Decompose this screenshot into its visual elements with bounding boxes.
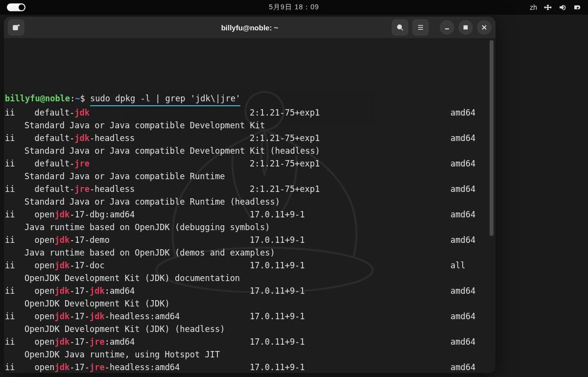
prompt-line: billyfu@noble:~$ sudo dpkg -l | grep 'jd… [5, 92, 494, 106]
terminal-body[interactable]: billyfu@noble:~$ sudo dpkg -l | grep 'jd… [4, 38, 495, 373]
package-desc: Standard Java or Java compatible Runtime [5, 170, 494, 183]
search-button[interactable] [392, 19, 408, 36]
clock[interactable]: 5月9日 18：09 [269, 3, 319, 12]
svg-rect-2 [464, 26, 468, 29]
titlebar: billyfu@noble: ~ [4, 17, 495, 38]
package-row: ii default-jdk-headless2:1.21-75+exp1amd… [5, 132, 494, 144]
terminal-window: billyfu@noble: ~ [4, 17, 495, 373]
package-desc: OpenJDK Development Kit (JDK) [5, 297, 494, 310]
package-desc: Standard Java or Java compatible Develop… [5, 144, 494, 157]
status-area[interactable]: zh [530, 3, 581, 11]
command-text: sudo dpkg -l | grep 'jdk\|jre' [90, 92, 240, 106]
package-row: ii openjdk-17-jdk:amd6417.0.11+9-1amd64 [5, 284, 494, 297]
minimize-button[interactable] [440, 20, 454, 35]
package-desc: Standard Java or Java compatible Develop… [5, 119, 494, 132]
menu-button[interactable] [412, 19, 429, 36]
package-desc: OpenJDK Development Kit (JDK) documentat… [5, 272, 494, 284]
package-row: ii openjdk-17-doc17.0.11+9-1all [5, 259, 494, 272]
package-desc: Java runtime based on OpenJDK (debugging… [5, 221, 494, 234]
package-desc: OpenJDK Development Kit (JDK) (headless) [5, 323, 494, 335]
package-row: ii openjdk-17-jre:amd6417.0.11+9-1amd64 [5, 335, 494, 348]
volume-icon [559, 3, 566, 11]
package-row: ii openjdk-17-dbg:amd6417.0.11+9-1amd64 [5, 208, 494, 221]
package-row: ii default-jre-headless2:1.21-75+exp1amd… [5, 183, 494, 195]
activities-pill[interactable] [7, 3, 25, 11]
network-icon [544, 3, 552, 11]
package-row: ii openjdk-17-demo17.0.11+9-1amd64 [5, 234, 494, 246]
window-title: billyfu@noble: ~ [221, 24, 279, 32]
package-row: ii default-jdk2:1.21-75+exp1amd64 [5, 106, 494, 119]
package-desc: OpenJDK Java runtime, using Hotspot JIT [5, 348, 494, 361]
scrollbar[interactable] [490, 40, 494, 236]
package-desc: Java runtime based on OpenJDK (demos and… [5, 246, 494, 259]
package-desc: Standard Java or Java compatible Runtime… [5, 195, 494, 208]
battery-icon [573, 3, 581, 11]
maximize-button[interactable] [458, 20, 473, 35]
package-row: ii default-jre2:1.21-75+exp1amd64 [5, 157, 494, 170]
ime-indicator[interactable]: zh [530, 3, 537, 11]
new-tab-button[interactable] [8, 19, 24, 36]
package-row: ii openjdk-17-jdk-headless:amd6417.0.11+… [5, 310, 494, 323]
svg-point-1 [398, 25, 401, 29]
close-button[interactable] [477, 20, 492, 35]
system-topbar: 5月9日 18：09 zh [0, 0, 588, 15]
package-row: ii openjdk-17-jre-headless:amd6417.0.11+… [5, 361, 494, 373]
